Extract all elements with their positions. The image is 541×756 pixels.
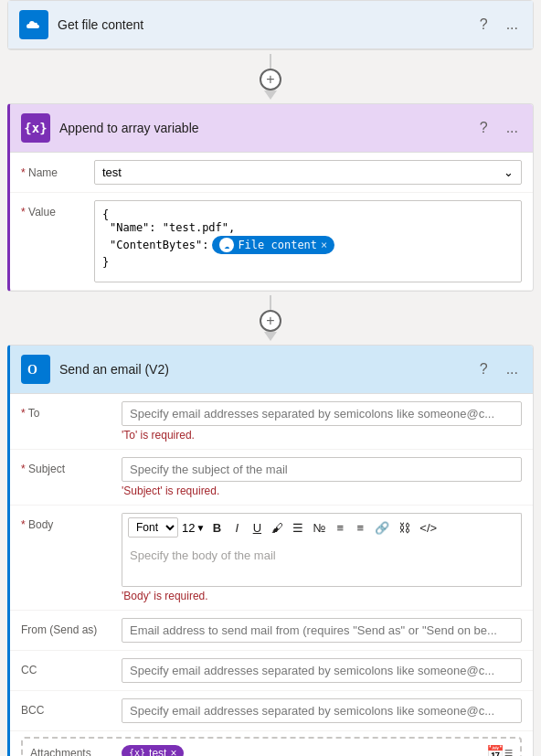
send-email-title: Send an email (V2) xyxy=(59,362,476,377)
name-dropdown[interactable]: test ⌄ xyxy=(94,160,522,185)
cc-input-wrap xyxy=(122,658,522,683)
attachment-chip: {x} test × xyxy=(122,745,184,757)
body-error: 'Body' is required. xyxy=(122,590,522,602)
append-help-button[interactable]: ? xyxy=(476,118,492,138)
to-input[interactable] xyxy=(122,401,522,426)
value-line2: "Name": "test.pdf", xyxy=(110,221,514,234)
paint-button[interactable]: 🖌 xyxy=(269,519,286,537)
outlook-icon: O xyxy=(21,355,50,384)
append-more-button[interactable]: ... xyxy=(503,118,522,138)
underline-button[interactable]: U xyxy=(249,519,265,537)
append-card-header: {x} Append to array variable ? ... xyxy=(10,104,533,153)
body-label: * Body xyxy=(21,513,122,531)
get-file-more-button[interactable]: ... xyxy=(503,15,522,35)
name-label: Name xyxy=(21,166,94,179)
get-file-card: Get file content ? ... xyxy=(7,0,534,50)
body-toolbar: Font 12 ▼ B I U 🖌 ☰ № ≡ ≡ 🔗 ⛓ < xyxy=(122,513,522,541)
connector-line-1 xyxy=(270,54,271,69)
body-input-wrap: Font 12 ▼ B I U 🖌 ☰ № ≡ ≡ 🔗 ⛓ < xyxy=(122,513,522,602)
attachments-label: Attachments xyxy=(30,747,122,757)
connector-2: + xyxy=(0,292,541,345)
bcc-input-wrap xyxy=(122,698,522,723)
get-file-actions: ? ... xyxy=(476,15,522,35)
from-input[interactable] xyxy=(122,618,522,643)
bcc-field-row: BCC xyxy=(10,691,533,731)
bullet-list-button[interactable]: ☰ xyxy=(290,519,306,537)
name-field-row: Name test ⌄ xyxy=(10,153,533,193)
subject-error: 'Subject' is required. xyxy=(122,484,522,497)
link-button[interactable]: 🔗 xyxy=(372,519,392,537)
file-chip-cloud-icon: ☁ xyxy=(219,238,234,252)
to-error: 'To' is required. xyxy=(122,429,522,442)
cloud-icon xyxy=(19,10,48,39)
attachment-chip-close-button[interactable]: × xyxy=(170,747,176,757)
file-content-chip: ☁ File content × xyxy=(212,236,334,254)
subject-field-row: * Subject 'Subject' is required. xyxy=(10,450,533,506)
value-line4: } xyxy=(102,256,514,269)
append-card-title: Append to array variable xyxy=(59,121,476,135)
bcc-input[interactable] xyxy=(122,698,522,723)
from-label: From (Send as) xyxy=(21,618,122,636)
get-file-title: Get file content xyxy=(58,17,476,32)
to-field-row: * To 'To' is required. xyxy=(10,394,533,450)
append-card-actions: ? ... xyxy=(476,118,522,138)
value-line1: { xyxy=(102,208,514,221)
send-email-body: * To 'To' is required. * Subject 'Subjec… xyxy=(10,394,533,756)
file-chip-close[interactable]: × xyxy=(321,239,327,251)
connector-1: + xyxy=(0,50,541,103)
connector-plus-1[interactable]: + xyxy=(260,69,281,91)
connector-plus-2[interactable]: + xyxy=(260,310,281,332)
to-input-wrap: 'To' is required. xyxy=(122,401,522,442)
unlink-button[interactable]: ⛓ xyxy=(396,519,413,537)
connector-arrow-1 xyxy=(264,91,277,100)
get-file-header: Get file content ? ... xyxy=(8,1,533,49)
attachments-row: Attachments {x} test × 📅≡ xyxy=(21,737,522,756)
value-field-row: Value { "Name": "test.pdf", "ContentByte… xyxy=(10,193,533,291)
attachments-add-button[interactable]: 📅≡ xyxy=(486,744,513,756)
send-email-card: O Send an email (V2) ? ... * To 'To' is … xyxy=(7,345,534,756)
send-email-actions: ? ... xyxy=(476,359,522,379)
cc-input[interactable] xyxy=(122,658,522,683)
send-email-header: O Send an email (V2) ? ... xyxy=(10,346,533,394)
get-file-help-button[interactable]: ? xyxy=(476,15,492,35)
body-field-row: * Body Font 12 ▼ B I U 🖌 ☰ № xyxy=(10,506,533,611)
body-editor[interactable]: Specify the body of the mail xyxy=(122,541,522,587)
font-size-value: 12 xyxy=(182,521,195,535)
value-line3: "ContentBytes": ☁ File content × xyxy=(110,234,514,256)
cc-field-row: CC xyxy=(10,651,533,691)
font-select[interactable]: Font xyxy=(128,517,178,538)
bcc-label: BCC xyxy=(21,698,122,717)
append-icon: {x} xyxy=(21,113,50,143)
subject-input-wrap: 'Subject' is required. xyxy=(122,457,522,497)
subject-input[interactable] xyxy=(122,457,522,482)
align-left-button[interactable]: ≡ xyxy=(332,519,348,537)
name-value: test xyxy=(102,165,122,179)
connector-line-2 xyxy=(270,295,271,310)
from-input-wrap xyxy=(122,618,522,643)
numbered-list-button[interactable]: № xyxy=(310,519,328,537)
append-card: {x} Append to array variable ? ... Name … xyxy=(7,103,534,292)
font-size-chevron-icon: ▼ xyxy=(196,523,205,533)
connector-arrow-2 xyxy=(264,332,277,341)
send-help-button[interactable]: ? xyxy=(476,359,492,379)
value-label: Value xyxy=(21,200,94,218)
subject-label: * Subject xyxy=(21,457,122,475)
attachments-chips: {x} test × xyxy=(122,745,486,757)
cc-label: CC xyxy=(21,658,122,676)
code-button[interactable]: </> xyxy=(417,519,440,537)
attachment-chip-icon: {x} xyxy=(129,748,145,756)
file-chip-label: File content xyxy=(238,239,317,251)
svg-text:O: O xyxy=(27,363,37,377)
align-right-button[interactable]: ≡ xyxy=(352,519,368,537)
italic-button[interactable]: I xyxy=(228,519,245,537)
bold-button[interactable]: B xyxy=(208,519,225,537)
to-label: * To xyxy=(21,401,122,420)
body-placeholder: Specify the body of the mail xyxy=(130,548,276,562)
value-editor[interactable]: { "Name": "test.pdf", "ContentBytes": ☁ … xyxy=(94,200,522,282)
send-more-button[interactable]: ... xyxy=(503,359,522,379)
attachment-chip-label: test xyxy=(149,747,166,757)
dropdown-chevron-icon: ⌄ xyxy=(504,165,514,179)
from-field-row: From (Send as) xyxy=(10,611,533,651)
font-size-wrap: 12 ▼ xyxy=(182,521,205,535)
append-card-body: Name test ⌄ Value { "Name": "test.pdf", … xyxy=(10,153,533,291)
